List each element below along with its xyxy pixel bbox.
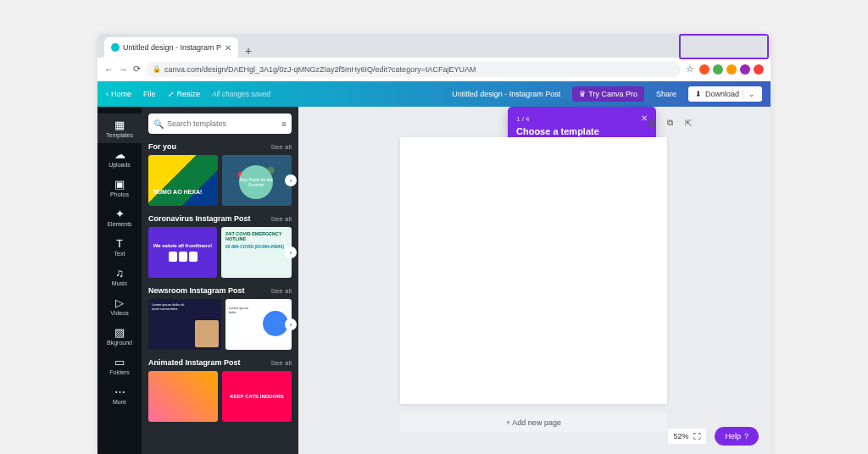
url-bar: ← → ⟳ 🔒 canva.com/design/DAEHgl_3A1g/0zJ… bbox=[97, 58, 771, 81]
uploads-icon: ☁ bbox=[114, 148, 125, 160]
address-bar[interactable]: 🔒 canva.com/design/DAEHgl_3A1g/0zJ-qMNGz… bbox=[146, 62, 681, 77]
template-thumb[interactable]: Stay Fresh for the Summer bbox=[222, 155, 292, 206]
section-title: Animated Instagram Post bbox=[148, 358, 241, 367]
see-all-link[interactable]: See all bbox=[271, 215, 292, 223]
rail-photos[interactable]: ▣Photos bbox=[97, 173, 142, 202]
template-thumb[interactable]: Lorem ipsum dolor bbox=[225, 299, 292, 350]
favicon bbox=[111, 43, 120, 52]
bottom-toolbar: 52%⛶ Help? bbox=[668, 427, 759, 446]
template-thumb[interactable]: Lorem ipsum dolor sit amet consectetur bbox=[148, 299, 221, 350]
add-page-button[interactable]: + Add new page bbox=[400, 413, 667, 432]
sidebar-rail: ▦Templates ☁Uploads ▣Photos ✦Elements TT… bbox=[97, 107, 142, 454]
filter-icon[interactable]: ≡ bbox=[281, 119, 287, 129]
canvas-area: ✕ 1 / 4 Choose a template Drag a templat… bbox=[298, 107, 771, 454]
section-animated: Animated Instagram PostSee all KEEP CATS… bbox=[148, 358, 292, 422]
section-newsroom: Newsroom Instagram PostSee all Lorem ips… bbox=[148, 286, 292, 350]
rail-more[interactable]: ⋯More bbox=[97, 380, 142, 410]
ext-icon[interactable] bbox=[740, 64, 750, 75]
download-button[interactable]: ⬇Download⌄ bbox=[688, 86, 762, 102]
section-covid: Coronavirus Instagram PostSee all We sal… bbox=[148, 214, 292, 278]
rail-uploads[interactable]: ☁Uploads bbox=[97, 143, 142, 173]
search-icon: 🔍 bbox=[153, 119, 164, 129]
ext-icon[interactable] bbox=[699, 64, 709, 75]
section-title: For you bbox=[148, 142, 176, 151]
fullscreen-icon[interactable]: ⛶ bbox=[693, 432, 701, 440]
search-input[interactable] bbox=[167, 119, 278, 128]
rail-music[interactable]: ♫Music bbox=[97, 262, 142, 291]
resize-button[interactable]: ⤢Resize bbox=[168, 90, 201, 98]
save-status: All changes saved bbox=[212, 90, 270, 98]
videos-icon: ▷ bbox=[115, 296, 124, 308]
rail-templates[interactable]: ▦Templates bbox=[97, 114, 142, 143]
crown-icon: ♛ bbox=[579, 90, 586, 98]
templates-panel: 🔍 ≡ For youSee all RUMO AO HEXA! Stay Fr… bbox=[142, 107, 298, 454]
template-thumb[interactable]: We salute all frontliners! bbox=[148, 227, 217, 278]
star-icon[interactable]: ☆ bbox=[686, 64, 694, 75]
ext-icon[interactable] bbox=[726, 64, 737, 75]
extensions bbox=[699, 64, 764, 75]
app-body: ▦Templates ☁Uploads ▣Photos ✦Elements TT… bbox=[97, 107, 771, 454]
ext-icon[interactable] bbox=[713, 64, 723, 75]
chevron-down-icon[interactable]: ⌄ bbox=[743, 90, 755, 98]
chevron-left-icon: ‹ bbox=[106, 90, 108, 98]
scroll-right-icon[interactable]: › bbox=[285, 318, 297, 330]
music-icon: ♫ bbox=[115, 267, 124, 279]
template-thumb[interactable]: RUMO AO HEXA! bbox=[148, 155, 218, 206]
close-icon[interactable]: ✕ bbox=[225, 43, 231, 53]
canvas-toolbar: ▤ ⧉ ⇱ bbox=[645, 117, 694, 129]
scroll-right-icon[interactable]: › bbox=[285, 246, 297, 258]
section-for-you: For youSee all RUMO AO HEXA! Stay Fresh … bbox=[148, 142, 292, 206]
new-tab-button[interactable]: + bbox=[238, 44, 259, 58]
back-icon[interactable]: ← bbox=[104, 64, 114, 75]
resize-icon: ⤢ bbox=[168, 90, 175, 98]
see-all-link[interactable]: See all bbox=[271, 287, 292, 295]
search-box[interactable]: 🔍 ≡ bbox=[148, 114, 292, 134]
tab-title: Untitled design - Instagram P bbox=[123, 43, 221, 52]
background-icon: ▨ bbox=[114, 326, 125, 338]
help-button[interactable]: Help? bbox=[715, 427, 759, 446]
delete-icon[interactable]: ⇱ bbox=[682, 117, 694, 129]
duplicate-icon[interactable]: ⧉ bbox=[664, 117, 676, 129]
folders-icon: ▭ bbox=[114, 356, 125, 368]
file-menu[interactable]: File bbox=[143, 90, 156, 98]
try-pro-button[interactable]: ♛Try Canva Pro bbox=[572, 86, 644, 102]
zoom-control[interactable]: 52%⛶ bbox=[668, 429, 706, 444]
section-title: Newsroom Instagram Post bbox=[148, 286, 245, 295]
canvas-page[interactable] bbox=[400, 137, 667, 404]
rail-elements[interactable]: ✦Elements bbox=[97, 202, 142, 232]
photos-icon: ▣ bbox=[114, 178, 125, 190]
forward-icon[interactable]: → bbox=[119, 64, 128, 75]
download-icon: ⬇ bbox=[695, 90, 702, 98]
browser-window: Untitled design - Instagram P ✕ + ← → ⟳ … bbox=[97, 34, 771, 454]
rail-background[interactable]: ▨Bkground bbox=[97, 321, 142, 351]
browser-tab[interactable]: Untitled design - Instagram P ✕ bbox=[104, 37, 238, 58]
see-all-link[interactable]: See all bbox=[271, 143, 292, 151]
document-title[interactable]: Untitled design - Instagram Post bbox=[452, 90, 560, 98]
tab-strip: Untitled design - Instagram P ✕ + bbox=[97, 34, 771, 58]
templates-icon: ▦ bbox=[114, 119, 125, 130]
template-thumb[interactable]: 24/7 COVID EMERGENCY HOTLINE02-894-COVID… bbox=[221, 227, 292, 278]
rail-videos[interactable]: ▷Videos bbox=[97, 291, 142, 321]
rail-text[interactable]: TText bbox=[97, 232, 142, 262]
scroll-right-icon[interactable]: › bbox=[285, 174, 297, 186]
ext-icon[interactable] bbox=[754, 64, 764, 75]
template-thumb[interactable]: KEEP CATS INDOORS bbox=[222, 371, 292, 422]
reload-icon[interactable]: ⟳ bbox=[133, 64, 141, 75]
notes-icon[interactable]: ▤ bbox=[645, 117, 657, 129]
share-button[interactable]: Share bbox=[656, 90, 676, 98]
tour-step: 1 / 4 bbox=[516, 115, 648, 123]
tour-title: Choose a template bbox=[516, 126, 648, 136]
rail-folders[interactable]: ▭Folders bbox=[97, 351, 142, 380]
url-text: canva.com/design/DAEHgl_3A1g/0zJ-qMNGzZI… bbox=[164, 65, 476, 74]
template-thumb[interactable] bbox=[148, 371, 218, 422]
elements-icon: ✦ bbox=[115, 208, 125, 219]
see-all-link[interactable]: See all bbox=[271, 359, 292, 367]
question-icon: ? bbox=[744, 432, 748, 440]
lock-icon: 🔒 bbox=[153, 65, 161, 73]
text-icon: T bbox=[116, 237, 123, 249]
home-button[interactable]: ‹Home bbox=[106, 90, 131, 98]
section-title: Coronavirus Instagram Post bbox=[148, 214, 251, 223]
app-header: ‹Home File ⤢Resize All changes saved Unt… bbox=[97, 81, 771, 107]
more-icon: ⋯ bbox=[114, 385, 125, 397]
